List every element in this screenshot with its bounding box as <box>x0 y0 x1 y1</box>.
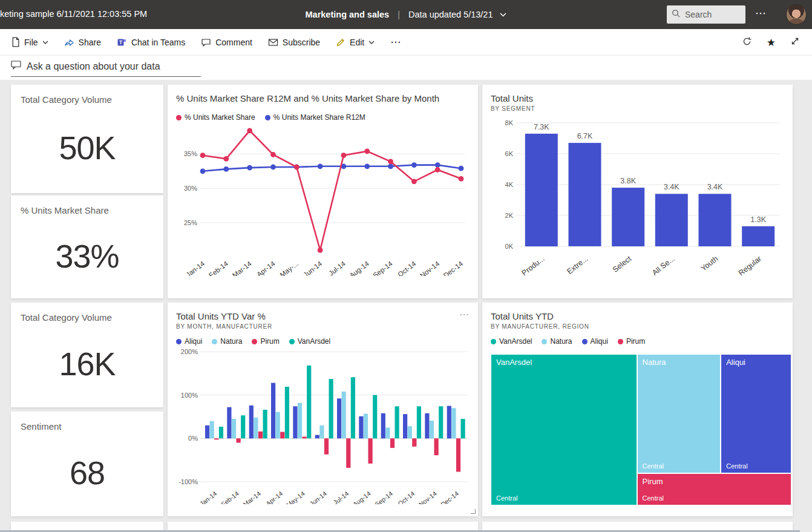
toolbar-more-button[interactable]: ⋯ <box>390 36 401 48</box>
bar[interactable] <box>612 188 644 246</box>
legend-item[interactable]: % Units Market Share <box>176 113 255 122</box>
refresh-icon[interactable] <box>742 36 752 49</box>
tile-more-button[interactable]: ⋯ <box>459 309 470 320</box>
bar[interactable] <box>417 406 421 438</box>
qna-input[interactable]: Ask a question about your data <box>11 61 201 77</box>
data-point[interactable] <box>364 163 370 169</box>
legend-item[interactable]: Natura <box>542 337 572 346</box>
legend-item[interactable]: VanArsdel <box>491 337 532 346</box>
search-input[interactable]: Search <box>667 5 745 24</box>
bar[interactable] <box>412 438 416 447</box>
favorite-star-icon[interactable]: ★ <box>767 36 776 49</box>
bar[interactable] <box>337 398 341 438</box>
bar[interactable] <box>373 395 377 439</box>
data-point[interactable] <box>294 165 300 170</box>
bar[interactable] <box>359 416 363 439</box>
bar[interactable] <box>525 134 558 246</box>
bar[interactable] <box>307 366 311 438</box>
bar[interactable] <box>254 418 258 438</box>
bar[interactable] <box>258 432 263 439</box>
bar[interactable] <box>219 427 223 438</box>
avatar[interactable] <box>786 4 807 25</box>
tile-resize-handle[interactable] <box>471 509 476 514</box>
bar[interactable] <box>408 426 412 438</box>
tile-total-category-volume-50k[interactable]: Total Category Volume 50K <box>11 85 163 193</box>
bar[interactable] <box>315 435 319 439</box>
data-point[interactable] <box>435 162 440 168</box>
comment-button[interactable]: Comment <box>201 38 252 47</box>
bar[interactable] <box>210 421 214 439</box>
tile-sentiment[interactable]: Sentiment 68 <box>11 412 163 516</box>
data-point[interactable] <box>435 167 440 172</box>
bar[interactable] <box>451 408 456 438</box>
bar[interactable] <box>447 406 451 439</box>
topbar-more-button[interactable]: ⋯ <box>755 7 767 20</box>
bar[interactable] <box>205 425 209 439</box>
bar[interactable] <box>232 419 236 438</box>
data-point[interactable] <box>364 149 370 154</box>
grouped-bar-chart[interactable]: -100%0%100%200%Jan-14Feb-14Mar-14Apr-14M… <box>176 346 471 507</box>
bar[interactable] <box>569 143 601 246</box>
tile-total-category-volume-16k[interactable]: Total Category Volume 16K <box>11 303 163 407</box>
bar-chart[interactable]: 0K2K4K6K8K7.3KProdu...6.7KExtre...3.8KSe… <box>491 112 785 290</box>
bar[interactable] <box>434 438 439 455</box>
data-point[interactable] <box>388 159 393 165</box>
file-button[interactable]: File <box>11 37 48 47</box>
bar[interactable] <box>342 392 346 438</box>
legend-item[interactable]: Natura <box>212 337 242 346</box>
legend-item[interactable]: Aliqui <box>582 337 608 346</box>
bar[interactable] <box>425 413 429 439</box>
legend-item[interactable]: Pirum <box>618 337 645 346</box>
bar[interactable] <box>403 414 407 438</box>
bar[interactable] <box>241 415 245 438</box>
chevron-down-icon[interactable] <box>500 9 506 19</box>
bar[interactable] <box>324 438 329 455</box>
chat-in-teams-button[interactable]: T Chat in Teams <box>117 38 185 47</box>
bar[interactable] <box>381 413 385 439</box>
data-point[interactable] <box>200 168 206 174</box>
bar[interactable] <box>329 379 333 438</box>
tile-units-market-share-33[interactable]: % Units Market Share 33% <box>11 195 163 298</box>
data-point[interactable] <box>247 128 252 133</box>
legend-item[interactable]: Pirum <box>252 337 279 346</box>
bar[interactable] <box>390 438 395 448</box>
data-point[interactable] <box>459 176 464 182</box>
legend-item[interactable]: Aliqui <box>176 337 202 346</box>
subscribe-button[interactable]: Subscribe <box>268 38 320 47</box>
bar[interactable] <box>276 412 280 439</box>
treemap-node-vanarsdel[interactable]: VanArsdel Central <box>491 354 637 505</box>
bar[interactable] <box>237 438 241 442</box>
tile-total-units-by-segment[interactable]: Total Units BY SEGMENT 0K2K4K6K8K7.3KPro… <box>482 85 793 298</box>
bar[interactable] <box>263 410 267 438</box>
bar[interactable] <box>351 377 355 438</box>
bar[interactable] <box>368 438 373 464</box>
bar[interactable] <box>385 427 390 438</box>
bar[interactable] <box>280 432 284 439</box>
treemap-node-aliqui[interactable]: Aliqui Central <box>721 354 791 473</box>
bar[interactable] <box>655 194 688 246</box>
data-point[interactable] <box>459 166 464 171</box>
treemap-node-natura[interactable]: Natura Central <box>637 354 721 473</box>
data-point[interactable] <box>200 153 206 158</box>
bar[interactable] <box>742 226 774 246</box>
tile-market-share-line-chart[interactable]: % Units Market Share R12M and % Units Ma… <box>168 85 478 298</box>
bar[interactable] <box>249 406 254 439</box>
bar[interactable] <box>271 383 275 439</box>
data-point[interactable] <box>411 179 417 184</box>
data-point[interactable] <box>388 163 393 169</box>
data-point[interactable] <box>270 165 276 170</box>
tile-total-units-ytd-var[interactable]: ⋯ Total Units YTD Var % BY MONTH, MANUFA… <box>168 303 478 516</box>
bar[interactable] <box>456 438 460 471</box>
bar[interactable] <box>395 406 399 438</box>
bar[interactable] <box>430 421 434 438</box>
data-point[interactable] <box>223 166 229 172</box>
bar[interactable] <box>285 387 289 438</box>
legend-item[interactable]: % Units Market Share R12M <box>265 113 365 122</box>
bar[interactable] <box>303 437 307 439</box>
bar[interactable] <box>298 403 302 439</box>
data-point[interactable] <box>247 165 252 171</box>
bar[interactable] <box>461 419 465 438</box>
tile-total-units-ytd-treemap[interactable]: Total Units YTD BY MANUFACTURER, REGION … <box>482 303 793 516</box>
treemap-node-pirum[interactable]: Pirum Central <box>637 473 791 506</box>
data-updated-label[interactable]: Data updated 5/13/21 <box>408 10 493 19</box>
